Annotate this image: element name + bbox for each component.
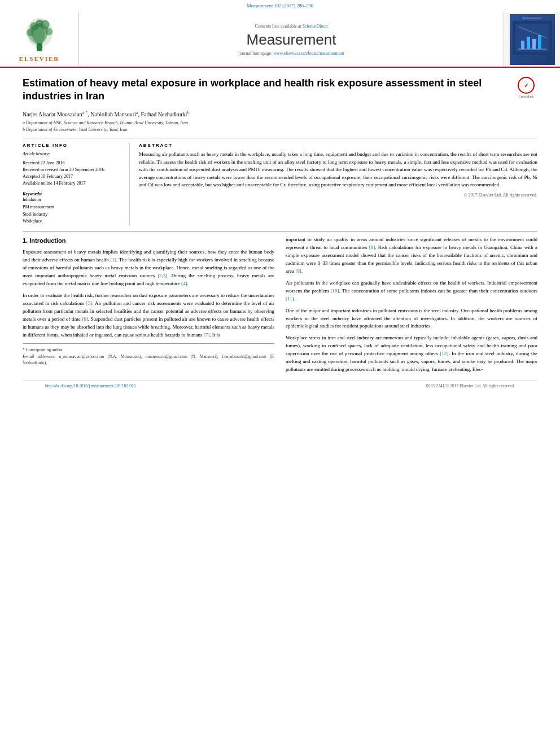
journal-center-header: Contents lists available at ScienceDirec… (79, 12, 504, 67)
body-left-column: 1. Introduction Exposure assessment of h… (23, 236, 274, 378)
elsevier-wordmark: ELSEVIER (19, 55, 60, 62)
sciencedirect-link-text[interactable]: ScienceDirect (303, 24, 328, 29)
elsevier-logo-area: ELSEVIER (0, 12, 79, 67)
intro-paragraph-1: Exposure assessment of heavy metals impl… (23, 248, 274, 288)
body-section: 1. Introduction Exposure assessment of h… (23, 236, 537, 378)
email-footnote: E-mail addresses: n_mousavian@yahoo.com … (23, 353, 274, 366)
svg-point-4 (36, 20, 43, 27)
footer-doi[interactable]: http://dx.doi.org/10.1016/j.measurement.… (45, 383, 135, 388)
article-info-column: ARTICLE INFO Article history: Received 2… (23, 143, 130, 225)
footer-issn: 0263-2241/© 2017 Elsevier Ltd. All right… (426, 383, 515, 388)
keyword-steel: Steel industry (23, 211, 124, 219)
corresponding-author-note: * Corresponding author. (23, 347, 274, 353)
intro-heading: 1. Introduction (23, 236, 274, 246)
right-paragraph-2: Air pollutants in the workplace can grad… (286, 279, 537, 303)
footnotes-section: * Corresponding author. E-mail addresses… (23, 343, 274, 366)
body-right-column: important to study air quality in areas … (286, 236, 537, 378)
authors-line: Narjes Alsadat Mousaviana,*, Nabiollah M… (23, 110, 537, 117)
title-section: Estimation of heavy metal exposure in wo… (23, 77, 537, 107)
sciencedirect-line: Contents lists available at ScienceDirec… (255, 24, 328, 29)
keyword-pm: PM measurement (23, 204, 124, 211)
cover-thumbnail: Measurements (510, 14, 555, 65)
journal-header: ELSEVIER Contents lists available at Sci… (0, 12, 560, 68)
journal-name: Measurement (247, 31, 336, 49)
page: Measurement 102 (2017) 286–290 ELSEVI (0, 0, 560, 747)
article-title: Estimation of heavy metal exposure in wo… (23, 77, 509, 103)
svg-rect-11 (521, 41, 524, 49)
svg-point-7 (36, 45, 42, 50)
affiliations: a Department of HSE, Science and Researc… (23, 120, 537, 133)
article-history: Article history: Received 22 June 2016 R… (23, 151, 124, 187)
right-paragraph-1: important to study air quality in areas … (286, 236, 537, 276)
article-info-heading: ARTICLE INFO (23, 143, 124, 148)
cover-art-icon (513, 21, 552, 55)
article-content: Estimation of heavy metal exposure in wo… (0, 68, 560, 396)
abstract-heading: ABSTRACT (139, 143, 537, 148)
page-footer: http://dx.doi.org/10.1016/j.measurement.… (23, 381, 537, 391)
keyword-workplace: Workplace (23, 218, 124, 225)
svg-rect-13 (532, 39, 536, 49)
right-paragraph-4: Workplace stress in iron and steel indus… (286, 334, 537, 374)
crossmark-badge: ✓ CrossMark (515, 77, 537, 98)
journal-cover-image: Measurements (504, 12, 560, 67)
section-divider (23, 231, 537, 231)
svg-point-6 (45, 28, 53, 36)
copyright-line: © 2017 Elsevier Ltd. All rights reserved… (139, 193, 537, 198)
info-abstract-section: ARTICLE INFO Article history: Received 2… (23, 138, 537, 225)
crossmark-icon: ✓ (518, 77, 535, 94)
abstract-text: Measuring air pollutants such as heavy m… (139, 151, 537, 189)
keyword-inhalation: Inhalation (23, 196, 124, 204)
svg-rect-12 (527, 37, 530, 49)
intro-paragraph-2: In order to evaluate the health risk, fu… (23, 292, 274, 339)
right-paragraph-3: One of the major and important industrie… (286, 307, 537, 331)
svg-rect-14 (538, 35, 541, 49)
svg-point-5 (26, 29, 33, 36)
keywords-section: Keywords: Inhalation PM measurement Stee… (23, 191, 124, 225)
homepage-line: journal homepage: www.elsevier.com/locat… (239, 51, 344, 56)
journal-doi-line: Measurement 102 (2017) 286–290 (0, 0, 560, 10)
elsevier-tree-icon (11, 17, 68, 54)
doi-text: Measurement 102 (2017) 286–290 (247, 3, 313, 8)
abstract-column: ABSTRACT Measuring air pollutants such a… (139, 143, 537, 225)
homepage-url[interactable]: www.elsevier.com/locate/measurement (273, 51, 344, 56)
